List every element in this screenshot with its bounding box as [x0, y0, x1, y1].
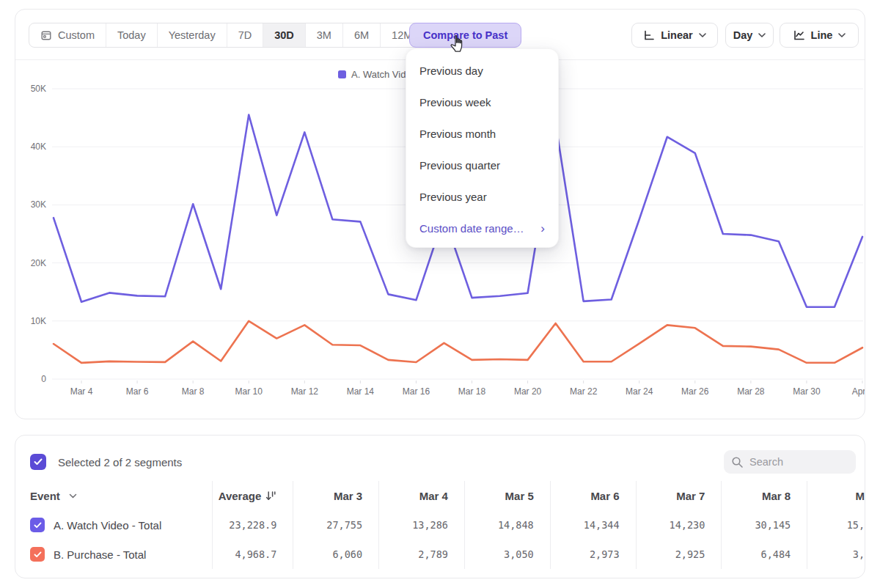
svg-text:Mar 16: Mar 16 — [403, 386, 430, 397]
cell-value: 14,230 — [670, 519, 705, 531]
svg-text:Mar 28: Mar 28 — [737, 386, 765, 397]
check-icon — [34, 551, 42, 558]
cell-value: 6,484 — [761, 548, 791, 560]
cell-value: 27,755 — [326, 519, 362, 531]
menu-item-previous-week[interactable]: Previous week — [406, 87, 558, 118]
svg-text:Mar 4: Mar 4 — [70, 386, 93, 397]
chart-type-dropdown-button[interactable]: Line — [780, 23, 859, 48]
cell-value: 2,789 — [418, 548, 448, 560]
compare-to-past-menu: Previous day Previous week Previous mont… — [406, 48, 559, 248]
svg-text:Mar 10: Mar 10 — [235, 386, 263, 397]
cell-value: 2,973 — [590, 548, 620, 560]
date-column-header[interactable]: Mar 8 — [722, 481, 807, 510]
clipped-date-column-header: M — [807, 481, 865, 510]
svg-text:Mar 8: Mar 8 — [182, 386, 205, 397]
svg-text:Mar 6: Mar 6 — [126, 386, 149, 397]
date-column-header[interactable]: Mar 3 — [293, 481, 379, 510]
menu-item-previous-month[interactable]: Previous month — [406, 118, 558, 150]
svg-text:Mar 26: Mar 26 — [681, 386, 709, 397]
row-label: A. Watch Video - Total — [54, 519, 161, 532]
cursor-pointer-icon — [449, 34, 466, 54]
date-column-header[interactable]: Mar 6 — [551, 481, 637, 510]
svg-text:50K: 50K — [31, 84, 46, 94]
svg-text:Mar 18: Mar 18 — [458, 386, 486, 397]
date-range-30d[interactable]: 30D — [263, 23, 305, 47]
table-row-purchase: B. Purchase - Total 4,968.7 6,060 2,789 … — [15, 540, 865, 569]
row-checkbox[interactable] — [30, 518, 45, 532]
search-icon — [731, 456, 744, 468]
date-range-custom[interactable]: Custom — [29, 23, 106, 47]
line-chart-icon — [793, 30, 805, 41]
row-checkbox[interactable] — [30, 547, 45, 562]
cell-value: 13,286 — [412, 519, 448, 531]
date-range-6m[interactable]: 6M — [342, 23, 380, 47]
event-column-header[interactable]: Event — [15, 481, 213, 510]
menu-item-custom-date-range[interactable]: Custom date range… › — [406, 213, 558, 244]
date-column-header[interactable]: Mar 4 — [379, 481, 465, 510]
search-box[interactable] — [724, 450, 856, 474]
chevron-down-icon — [699, 33, 706, 37]
chevron-right-icon: › — [540, 222, 545, 235]
svg-text:10K: 10K — [31, 316, 46, 326]
segments-card: Selected 2 of 2 segments Event Average — [15, 435, 865, 578]
cell-value: 30,145 — [755, 519, 791, 531]
cell-value: 6,060 — [332, 548, 362, 560]
search-input[interactable] — [749, 456, 837, 468]
linear-axes-icon — [643, 30, 655, 41]
svg-text:Mar 22: Mar 22 — [570, 386, 598, 397]
svg-text:Mar 12: Mar 12 — [291, 386, 319, 397]
table-row-watch-video: A. Watch Video - Total 23,228.9 27,755 1… — [15, 510, 865, 540]
cell-value: 14,344 — [584, 519, 620, 531]
date-range-label: Custom — [58, 29, 95, 41]
date-range-3m[interactable]: 3M — [305, 23, 342, 47]
svg-text:Mar 20: Mar 20 — [514, 386, 542, 397]
check-icon — [34, 458, 43, 466]
date-column-header[interactable]: Mar 5 — [465, 481, 551, 510]
svg-text:Mar 30: Mar 30 — [793, 386, 821, 397]
date-range-group: Custom Today Yesterday 7D 30D 3M 6M 12M — [29, 23, 424, 48]
check-icon — [34, 522, 42, 529]
average-value: 23,228.9 — [229, 519, 276, 531]
select-all-checkbox[interactable] — [30, 454, 46, 470]
row-label: B. Purchase - Total — [54, 548, 146, 561]
clipped-cell-value: 15, — [847, 519, 865, 531]
average-column-header[interactable]: Average — [213, 481, 293, 510]
interval-dropdown-button[interactable]: Day — [725, 23, 774, 48]
menu-item-previous-year[interactable]: Previous year — [406, 181, 558, 213]
svg-text:40K: 40K — [31, 142, 46, 152]
scale-dropdown-button[interactable]: Linear — [631, 23, 718, 48]
svg-text:Apr 1: Apr 1 — [852, 386, 865, 397]
svg-text:0: 0 — [41, 374, 46, 384]
svg-text:Mar 24: Mar 24 — [626, 386, 653, 397]
segments-table: Event Average Mar 3 Mar 4 Mar 5 Mar 6 Ma… — [15, 481, 865, 569]
chevron-down-icon — [69, 493, 77, 499]
date-range-today[interactable]: Today — [106, 23, 157, 47]
date-range-7d[interactable]: 7D — [227, 23, 263, 47]
selected-summary: Selected 2 of 2 segments — [58, 456, 182, 468]
cell-value: 14,848 — [498, 519, 534, 531]
date-range-yesterday[interactable]: Yesterday — [157, 23, 227, 47]
svg-text:20K: 20K — [31, 258, 46, 268]
svg-text:30K: 30K — [31, 199, 46, 210]
segments-header: Selected 2 of 2 segments — [15, 436, 865, 481]
menu-item-previous-day[interactable]: Previous day — [406, 55, 558, 87]
menu-item-previous-quarter[interactable]: Previous quarter — [406, 150, 558, 181]
chevron-down-icon — [838, 33, 846, 37]
table-header-row: Event Average Mar 3 Mar 4 Mar 5 Mar 6 Ma… — [15, 481, 865, 510]
svg-text:Mar 14: Mar 14 — [347, 386, 375, 397]
clipped-cell-value: 3, — [853, 548, 865, 560]
date-column-header[interactable]: Mar 7 — [637, 481, 722, 510]
sort-descending-icon — [265, 490, 276, 501]
cell-value: 3,050 — [504, 548, 534, 560]
cell-value: 2,925 — [675, 548, 705, 560]
chevron-down-icon — [758, 33, 766, 37]
calendar-icon — [40, 29, 52, 41]
average-value: 4,968.7 — [235, 548, 276, 560]
